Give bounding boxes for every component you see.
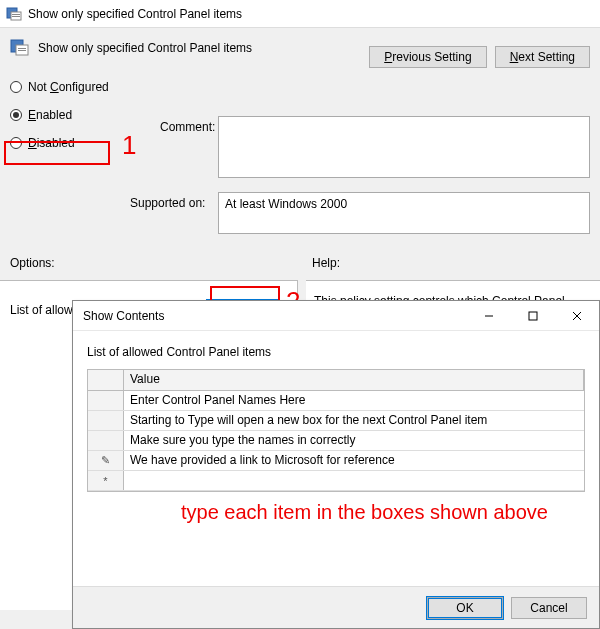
policy-icon — [6, 6, 22, 22]
options-label: Options: — [10, 256, 55, 270]
value-grid[interactable]: Value Enter Control Panel Names HereStar… — [87, 369, 585, 492]
row-indicator — [88, 391, 124, 410]
dialog-subtitle: List of allowed Control Panel items — [87, 345, 585, 359]
grid-header: Value — [88, 370, 584, 391]
previous-setting-button[interactable]: Previous Setting — [369, 46, 486, 68]
window-titlebar: Show only specified Control Panel items — [0, 0, 600, 28]
close-button[interactable] — [555, 302, 599, 330]
dialog-cancel-button[interactable]: Cancel — [511, 597, 587, 619]
radio-icon — [10, 137, 22, 149]
comment-label: Comment: — [160, 120, 215, 134]
row-indicator — [88, 431, 124, 450]
grid-cell-value[interactable]: Enter Control Panel Names Here — [124, 391, 584, 410]
comment-textarea[interactable] — [218, 116, 590, 178]
grid-row[interactable]: * — [88, 471, 584, 491]
minimize-button[interactable] — [467, 302, 511, 330]
grid-row[interactable]: Enter Control Panel Names Here — [88, 391, 584, 411]
svg-rect-9 — [529, 312, 537, 320]
row-indicator — [88, 411, 124, 430]
annotation-dialog-hint: type each item in the boxes shown above — [181, 501, 548, 524]
radio-disabled[interactable]: Disabled — [10, 136, 150, 150]
svg-rect-6 — [18, 48, 26, 49]
maximize-button[interactable] — [511, 302, 555, 330]
grid-column-value: Value — [124, 370, 584, 390]
row-indicator: ✎ — [88, 451, 124, 470]
radio-enabled[interactable]: Enabled — [10, 108, 150, 122]
dialog-ok-button[interactable]: OK — [427, 597, 503, 619]
supported-on-label: Supported on: — [130, 196, 205, 210]
grid-row[interactable]: Starting to Type will open a new box for… — [88, 411, 584, 431]
svg-rect-7 — [18, 50, 26, 51]
grid-corner — [88, 370, 124, 390]
radio-not-configured[interactable]: Not Configured — [10, 80, 150, 94]
grid-cell-value[interactable]: Starting to Type will open a new box for… — [124, 411, 584, 430]
policy-header-icon — [10, 38, 30, 58]
show-contents-dialog: Show Contents List of allowed Control Pa… — [72, 300, 600, 629]
window-title: Show only specified Control Panel items — [28, 7, 242, 21]
svg-rect-3 — [12, 16, 20, 17]
grid-row[interactable]: Make sure you type the names in correctl… — [88, 431, 584, 451]
grid-cell-value[interactable]: We have provided a link to Microsoft for… — [124, 451, 584, 470]
row-indicator: * — [88, 471, 124, 490]
next-setting-button[interactable]: Next Setting — [495, 46, 590, 68]
policy-title: Show only specified Control Panel items — [38, 41, 252, 55]
supported-on-text: At least Windows 2000 — [218, 192, 590, 234]
dialog-titlebar: Show Contents — [73, 301, 599, 331]
radio-icon-checked — [10, 109, 22, 121]
svg-rect-2 — [12, 14, 20, 15]
grid-cell-value[interactable]: Make sure you type the names in correctl… — [124, 431, 584, 450]
grid-cell-value[interactable] — [124, 471, 584, 490]
help-label: Help: — [312, 256, 340, 270]
radio-icon — [10, 81, 22, 93]
state-radio-group: Not Configured Enabled Disabled — [10, 80, 150, 150]
grid-row[interactable]: ✎We have provided a link to Microsoft fo… — [88, 451, 584, 471]
dialog-title: Show Contents — [83, 309, 164, 323]
